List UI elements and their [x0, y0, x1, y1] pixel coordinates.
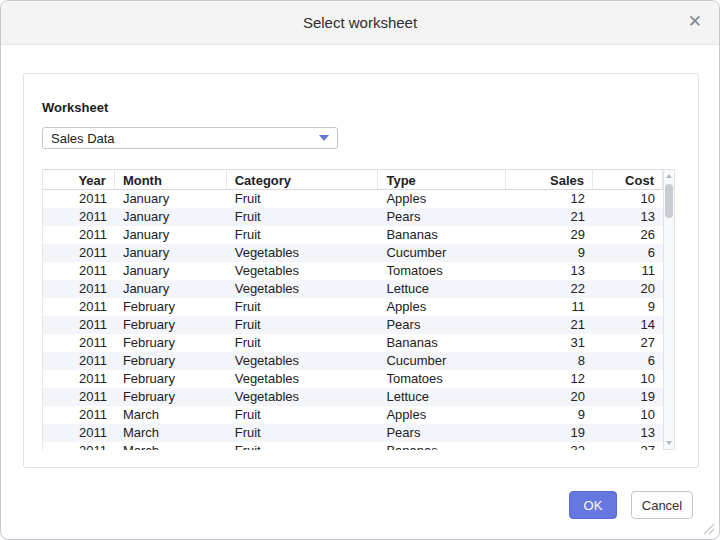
table-row: 2011FebruaryFruitApples119	[43, 298, 663, 316]
cell-category: Vegetables	[227, 280, 379, 298]
worksheet-preview-table: YearMonthCategoryTypeSalesCost 2011Janua…	[42, 169, 675, 450]
cell-category: Fruit	[227, 424, 379, 442]
table-row: 2011JanuaryFruitPears2113	[43, 208, 663, 226]
table-scrollbar[interactable]	[663, 169, 675, 450]
cell-type: Pears	[378, 316, 506, 334]
cell-month: February	[115, 334, 227, 352]
cell-type: Tomatoes	[378, 262, 506, 280]
cell-cost: 13	[593, 424, 663, 442]
cell-sales: 19	[506, 424, 593, 442]
cell-cost: 10	[593, 406, 663, 424]
chevron-down-icon	[319, 135, 329, 141]
column-header-sales: Sales	[506, 170, 593, 189]
cell-year: 2011	[43, 334, 115, 352]
table-row: 2011MarchFruitPears1913	[43, 424, 663, 442]
cell-month: January	[115, 262, 227, 280]
table-row: 2011JanuaryVegetablesLettuce2220	[43, 280, 663, 298]
cell-category: Vegetables	[227, 388, 379, 406]
cancel-button[interactable]: Cancel	[631, 491, 693, 519]
table-row: 2011FebruaryVegetablesLettuce2019	[43, 388, 663, 406]
cell-category: Vegetables	[227, 244, 379, 262]
cell-sales: 8	[506, 352, 593, 370]
worksheet-label: Worksheet	[42, 100, 108, 115]
table-main: YearMonthCategoryTypeSalesCost 2011Janua…	[42, 169, 663, 450]
table-row: 2011MarchFruitApples910	[43, 406, 663, 424]
cell-category: Fruit	[227, 298, 379, 316]
cell-sales: 29	[506, 226, 593, 244]
cell-month: February	[115, 316, 227, 334]
cell-year: 2011	[43, 190, 115, 208]
scroll-up-icon[interactable]	[666, 174, 672, 178]
cell-year: 2011	[43, 388, 115, 406]
table-header-row: YearMonthCategoryTypeSalesCost	[43, 169, 663, 190]
cell-type: Apples	[378, 190, 506, 208]
cell-type: Bananas	[378, 226, 506, 244]
resize-handle[interactable]	[701, 521, 715, 535]
content-panel: Worksheet Sales Data YearMonthCategoryTy…	[23, 73, 699, 468]
column-header-category: Category	[227, 170, 379, 189]
cell-year: 2011	[43, 298, 115, 316]
column-header-year: Year	[43, 170, 115, 189]
cell-cost: 6	[593, 352, 663, 370]
close-icon[interactable]: ✕	[688, 12, 702, 32]
cell-sales: 20	[506, 388, 593, 406]
column-header-type: Type	[378, 170, 506, 189]
cell-cost: 26	[593, 226, 663, 244]
cell-sales: 21	[506, 316, 593, 334]
cell-year: 2011	[43, 442, 115, 450]
table-row: 2011JanuaryFruitApples1210	[43, 190, 663, 208]
cell-type: Bananas	[378, 334, 506, 352]
column-header-month: Month	[115, 170, 227, 189]
cell-cost: 13	[593, 208, 663, 226]
cell-cost: 20	[593, 280, 663, 298]
cell-year: 2011	[43, 244, 115, 262]
cell-sales: 12	[506, 370, 593, 388]
cell-cost: 11	[593, 262, 663, 280]
cell-type: Apples	[378, 406, 506, 424]
cell-month: January	[115, 208, 227, 226]
cell-year: 2011	[43, 406, 115, 424]
table-row: 2011FebruaryVegetablesCucumber86	[43, 352, 663, 370]
select-worksheet-dialog: Select worksheet ✕ Worksheet Sales Data …	[0, 0, 720, 540]
worksheet-dropdown-value: Sales Data	[51, 131, 319, 146]
cell-month: March	[115, 424, 227, 442]
cell-category: Vegetables	[227, 370, 379, 388]
cell-type: Tomatoes	[378, 370, 506, 388]
column-header-cost: Cost	[593, 170, 663, 189]
cell-type: Lettuce	[378, 280, 506, 298]
cell-cost: 19	[593, 388, 663, 406]
cell-cost: 10	[593, 190, 663, 208]
worksheet-dropdown[interactable]: Sales Data	[42, 127, 338, 149]
cell-month: February	[115, 370, 227, 388]
scrollbar-thumb[interactable]	[665, 184, 673, 218]
dialog-title: Select worksheet	[303, 14, 417, 31]
cell-sales: 32	[506, 442, 593, 450]
cell-category: Fruit	[227, 316, 379, 334]
cell-cost: 10	[593, 370, 663, 388]
cell-month: February	[115, 298, 227, 316]
table-row: 2011JanuaryFruitBananas2926	[43, 226, 663, 244]
cell-cost: 6	[593, 244, 663, 262]
cell-cost: 9	[593, 298, 663, 316]
table-row: 2011FebruaryFruitBananas3127	[43, 334, 663, 352]
cell-month: January	[115, 190, 227, 208]
cell-month: February	[115, 352, 227, 370]
table-row: 2011MarchFruitBananas3227	[43, 442, 663, 450]
cell-type: Pears	[378, 208, 506, 226]
cell-sales: 9	[506, 244, 593, 262]
ok-button[interactable]: OK	[569, 491, 617, 519]
table-row: 2011FebruaryVegetablesTomatoes1210	[43, 370, 663, 388]
cell-year: 2011	[43, 280, 115, 298]
cell-year: 2011	[43, 352, 115, 370]
cell-year: 2011	[43, 370, 115, 388]
cell-month: March	[115, 442, 227, 450]
table-row: 2011JanuaryVegetablesTomatoes1311	[43, 262, 663, 280]
cell-sales: 9	[506, 406, 593, 424]
cell-month: March	[115, 406, 227, 424]
cell-month: January	[115, 226, 227, 244]
cell-sales: 12	[506, 190, 593, 208]
table-body: 2011JanuaryFruitApples12102011JanuaryFru…	[43, 190, 663, 450]
cell-type: Apples	[378, 298, 506, 316]
scroll-down-icon[interactable]	[666, 441, 672, 445]
cell-category: Fruit	[227, 334, 379, 352]
